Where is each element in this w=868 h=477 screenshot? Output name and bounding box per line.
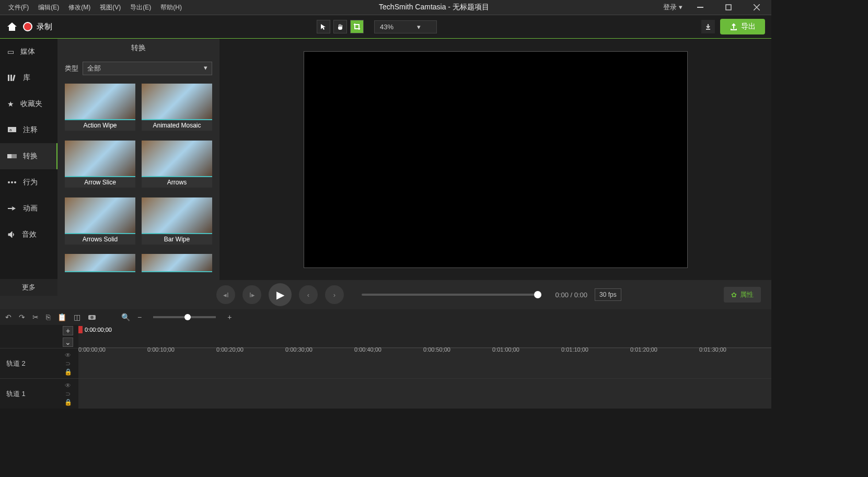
transition-item[interactable]: Arrows Solid (65, 197, 135, 248)
ruler-tick: 0:01:10;00 (561, 346, 588, 353)
home-button[interactable] (6, 21, 18, 32)
prev-clip-button[interactable]: ‹ (299, 285, 318, 304)
track-1-label[interactable]: 轨道 1 (0, 379, 57, 409)
svg-point-11 (8, 181, 10, 183)
ruler-tick: 0:01:30;00 (699, 346, 726, 353)
collapse-tracks-button[interactable]: ⌄ (63, 338, 73, 347)
lock-icon[interactable]: 🔒 (64, 399, 72, 406)
sidebar-more[interactable]: 更多 (0, 279, 57, 296)
download-button[interactable] (701, 20, 715, 33)
transitions-panel: 转换 类型 全部▾ Action Wipe Animated Mosaic Ar… (57, 39, 219, 280)
transition-item[interactable]: Action Wipe (65, 84, 135, 134)
timeline-toolbar: ↶ ↷ ✂ ⎘ 📋 ◫ 🔍 − + (0, 309, 771, 325)
playhead-marker (78, 326, 83, 333)
ruler-tick: 0:00:30;00 (285, 346, 313, 353)
track-1-content[interactable] (78, 379, 771, 409)
menu-edit[interactable]: 编辑(E) (34, 1, 63, 14)
redo-button[interactable]: ↷ (19, 313, 25, 321)
preview-canvas[interactable] (304, 51, 688, 268)
play-button[interactable]: ▶ (269, 283, 292, 306)
sidebar-item-favorites[interactable]: ★收藏夹 (0, 91, 57, 117)
timeline-scrollbar[interactable] (0, 409, 771, 416)
magnet-icon[interactable]: ⊃ (65, 360, 71, 367)
transition-label: Arrows Solid (65, 234, 135, 245)
transition-thumb (65, 197, 135, 234)
behavior-icon (7, 179, 17, 185)
next-clip-button[interactable]: › (325, 285, 344, 304)
track-2-content[interactable] (78, 348, 771, 378)
track-2-label[interactable]: 轨道 2 (0, 348, 57, 378)
svg-rect-4 (8, 75, 9, 81)
login-button[interactable]: 登录 ▾ (663, 3, 682, 12)
zoom-thumb[interactable] (184, 314, 191, 320)
library-icon (7, 74, 17, 82)
playback-slider[interactable] (362, 294, 538, 296)
type-label: 类型 (65, 64, 78, 73)
menu-view[interactable]: 视图(V) (96, 1, 125, 14)
transition-thumb (142, 254, 212, 272)
paste-button[interactable]: 📋 (57, 313, 66, 321)
zoom-in-button[interactable]: + (227, 313, 232, 321)
transition-item[interactable] (142, 254, 212, 276)
prev-frame-button[interactable]: ◂Ⅰ (216, 285, 235, 304)
transition-thumb (142, 197, 212, 234)
slider-thumb[interactable] (534, 291, 541, 298)
menu-file[interactable]: 文件(F) (4, 1, 33, 14)
split-button[interactable]: ◫ (74, 313, 80, 321)
camera-button[interactable] (88, 314, 96, 320)
transition-label: Action Wipe (65, 120, 135, 131)
menu-help[interactable]: 帮助(H) (156, 1, 186, 14)
menu-export[interactable]: 导出(E) (126, 1, 155, 14)
visibility-icon[interactable]: 👁 (65, 352, 71, 359)
lock-icon[interactable]: 🔒 (64, 368, 72, 376)
playhead[interactable]: 0:00:00;00 (78, 326, 112, 333)
visibility-icon[interactable]: 👁 (65, 382, 71, 389)
properties-button[interactable]: ✿ 属性 (724, 287, 761, 303)
copy-button[interactable]: ⎘ (46, 313, 50, 321)
sidebar: ▭媒体 库 ★收藏夹 a注释 转换 行为 动画 音效 更多 (0, 39, 57, 280)
sidebar-item-behaviors[interactable]: 行为 (0, 169, 57, 195)
crop-tool[interactable] (350, 20, 364, 33)
close-button[interactable] (746, 1, 767, 14)
transition-item[interactable]: Arrow Slice (65, 141, 135, 191)
transition-item[interactable]: Arrows (142, 141, 212, 191)
sidebar-item-animations[interactable]: 动画 (0, 195, 57, 222)
export-button[interactable]: 导出 (720, 19, 765, 34)
transition-thumb (142, 141, 212, 177)
menu-modify[interactable]: 修改(M) (64, 1, 95, 14)
transition-thumb (65, 84, 135, 120)
sidebar-item-library[interactable]: 库 (0, 65, 57, 91)
fps-select[interactable]: 30 fps (595, 288, 621, 301)
undo-button[interactable]: ↶ (5, 313, 11, 321)
transition-item[interactable] (65, 254, 135, 276)
transition-item[interactable]: Animated Mosaic (142, 84, 212, 134)
timeline-ruler[interactable]: 0:00:00;00 0:00:00;000:00:10;000:00:20;0… (78, 325, 771, 348)
minimize-button[interactable] (690, 1, 711, 14)
type-select[interactable]: 全部▾ (83, 62, 212, 75)
ruler-tick: 0:00:40;00 (354, 346, 381, 353)
add-track-button[interactable]: + (63, 326, 73, 335)
transition-label: Arrow Slice (65, 177, 135, 188)
svg-rect-6 (12, 75, 15, 81)
pointer-tool[interactable] (317, 20, 330, 33)
sidebar-item-media[interactable]: ▭媒体 (0, 39, 57, 65)
sidebar-item-annotations[interactable]: a注释 (0, 117, 57, 143)
playback-bar: ◂Ⅰ Ⅰ▸ ▶ ‹ › 0:00 / 0:00 30 fps ✿ 属性 (0, 280, 771, 309)
zoom-out-button[interactable]: − (137, 313, 142, 321)
cut-button[interactable]: ✂ (32, 313, 39, 321)
sidebar-item-audio[interactable]: 音效 (0, 222, 57, 248)
svg-point-13 (14, 181, 16, 183)
record-icon (23, 22, 32, 31)
maximize-button[interactable] (718, 1, 739, 14)
magnet-icon[interactable]: ⊃ (65, 390, 71, 398)
next-frame-button[interactable]: Ⅰ▸ (242, 285, 261, 304)
record-button[interactable]: 录制 (23, 22, 52, 32)
sidebar-item-transitions[interactable]: 转换 (0, 143, 57, 169)
ruler-tick: 0:00:10;00 (147, 346, 175, 353)
timeline-controls: + ⌄ (0, 325, 78, 348)
hand-tool[interactable] (333, 20, 347, 33)
zoom-slider[interactable] (153, 316, 216, 318)
transition-item[interactable]: Bar Wipe (142, 197, 212, 248)
record-label: 录制 (37, 22, 52, 32)
zoom-select[interactable]: 43% ▾ (374, 20, 437, 33)
